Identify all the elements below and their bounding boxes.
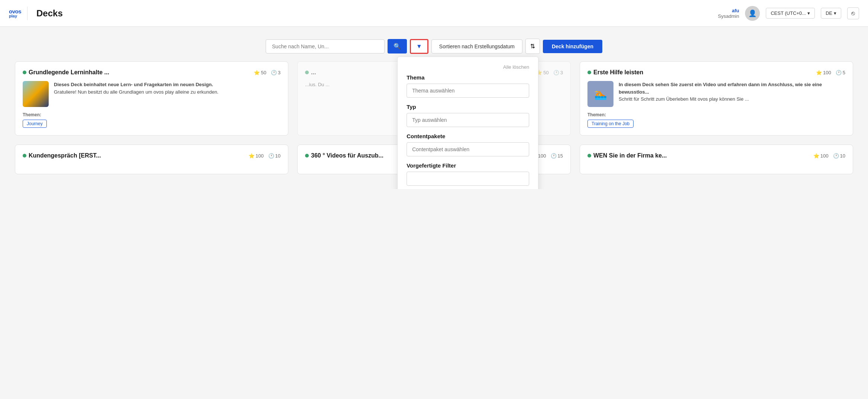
status-dot [587, 71, 591, 74]
page-title: Decks [36, 8, 63, 19]
clock-meta: 🕐 15 [551, 153, 563, 159]
vorgefertigte-input[interactable] [407, 172, 529, 186]
card-themes-label: Themen: [587, 112, 845, 117]
card-meta: ⭐ 100 🕐 10 [813, 153, 845, 159]
card-title-text: Grundlegende Lerninhalte ... [29, 69, 109, 76]
card-title: 360 ° Videos für Auszub... [305, 152, 383, 159]
logo-ovos: ovos [9, 9, 21, 14]
card-footer: Themen: Training on the Job [587, 112, 845, 128]
avatar: 👤 [745, 6, 760, 21]
thumb-image-erste-hilfe: 🏊 [587, 81, 613, 107]
filter-icon: ▼ [416, 43, 422, 49]
filter-button[interactable]: ▼ [410, 39, 428, 54]
card-title-text: 360 ° Videos für Auszub... [311, 152, 383, 159]
chevron-down-icon: ▾ [807, 10, 810, 16]
sort-button[interactable]: Sortieren nach Erstellungsdatum [431, 39, 522, 53]
card-title: ... [305, 69, 316, 76]
bottom-deck-card-1[interactable]: Kundengespräch [ERST... ⭐ 100 🕐 10 [15, 145, 288, 174]
stars-meta: ⭐ 100 [816, 70, 831, 75]
filter-dropdown-header: Alle löschen [407, 64, 529, 70]
user-name: afu [718, 8, 739, 13]
header-right: afu Sysadmin 👤 CEST (UTC+0... ▾ DE ▾ ⎋ [718, 6, 859, 21]
clock-meta: 🕐 5 [836, 70, 845, 75]
card-thumbnail: 🏊 [587, 81, 613, 107]
typ-label: Typ [407, 104, 529, 110]
card-title-text: Erste Hilfe leisten [593, 69, 643, 76]
card-header: WEN Sie in der Firma ke... ⭐ 100 🕐 10 [587, 152, 845, 159]
thema-input[interactable] [407, 84, 529, 98]
card-header: Kundengespräch [ERST... ⭐ 100 🕐 10 [23, 152, 281, 159]
contentpakete-input[interactable] [407, 142, 529, 156]
card-title-text: WEN Sie in der Firma ke... [593, 152, 667, 159]
add-deck-button[interactable]: Deck hinzufügen [543, 40, 602, 53]
status-dot [587, 154, 591, 158]
header: ovos play Decks afu Sysadmin 👤 CEST (UTC… [0, 0, 868, 27]
thema-label: Thema [407, 74, 529, 81]
thumb-image-grundlegende [23, 81, 49, 107]
filter-dropdown: Alle löschen Thema Typ Contentpakete Vor… [397, 56, 538, 189]
status-dot [23, 71, 26, 74]
logo-area: ovos play Decks [9, 7, 63, 20]
card-description: In diesem Deck sehen Sie zuerst ein Vide… [619, 81, 845, 107]
clock-meta: 🕐 10 [833, 153, 845, 159]
card-body: 🏊 In diesem Deck sehen Sie zuerst ein Vi… [587, 81, 845, 107]
card-desc: Gratuliere! Nun besitzt du alle Grundlag… [54, 88, 218, 96]
card-title: Kundengespräch [ERST... [23, 152, 101, 159]
card-footer: Themen: Journey [23, 112, 281, 128]
add-deck-label: Deck hinzufügen [552, 43, 593, 49]
card-title: Grundlegende Lerninhalte ... [23, 69, 109, 76]
card-body: Dieses Deck beinhaltet neue Lern- und Fr… [23, 81, 281, 107]
search-input[interactable] [266, 39, 385, 53]
stars-meta: ⭐ 50 [254, 70, 266, 75]
logout-icon: ⎋ [851, 10, 855, 16]
card-title: WEN Sie in der Firma ke... [587, 152, 667, 159]
logo-divider [27, 7, 27, 20]
card-desc: Schritt für Schritt zum Überleben Mit ov… [619, 95, 845, 103]
language-label: DE [826, 10, 832, 16]
search-icon: 🔍 [393, 43, 401, 49]
card-themes-label: Themen: [23, 112, 281, 117]
clock-meta: 🕐 3 [271, 70, 281, 75]
bottom-deck-card-3[interactable]: WEN Sie in der Firma ke... ⭐ 100 🕐 10 [580, 145, 853, 174]
card-title-text: Kundengespräch [ERST... [29, 152, 101, 159]
search-button[interactable]: 🔍 [388, 39, 407, 53]
timezone-label: CEST (UTC+0... [771, 10, 806, 16]
clock-meta: 🕐 10 [268, 153, 281, 159]
user-info: afu Sysadmin [718, 8, 739, 19]
card-thumbnail [23, 81, 49, 107]
chevron-down-icon: ▾ [834, 10, 836, 16]
toolbar: 🔍 ▼ Sortieren nach Erstellungsdatum ⇅ De… [266, 39, 602, 54]
timezone-dropdown[interactable]: CEST (UTC+0... ▾ [766, 8, 815, 19]
sort-direction-button[interactable]: ⇅ [525, 39, 540, 54]
clear-filters-button[interactable]: Alle löschen [503, 64, 529, 70]
logout-button[interactable]: ⎋ [847, 7, 859, 19]
card-meta: ⭐ 100 🕐 5 [816, 70, 845, 75]
sort-direction-icon: ⇅ [530, 43, 535, 49]
language-dropdown[interactable]: DE ▾ [821, 8, 841, 19]
ovos-logo: ovos play [9, 9, 21, 18]
contentpakete-label: Contentpakete [407, 133, 529, 139]
stars-meta: ⭐ 100 [813, 153, 829, 159]
card-meta: ⭐ 50 🕐 3 [254, 70, 281, 75]
status-dot [305, 71, 309, 74]
status-dot [23, 154, 26, 158]
card-desc-bold: Dieses Deck beinhaltet neue Lern- und Fr… [54, 81, 218, 88]
vorgefertigte-label: Vorgefertigte Filter [407, 162, 529, 169]
card-header: Erste Hilfe leisten ⭐ 100 🕐 5 [587, 69, 845, 76]
journey-tag[interactable]: Journey [23, 120, 47, 128]
card-title-text: ... [311, 69, 316, 76]
card-meta: ⭐ 50 🕐 3 [536, 70, 563, 75]
deck-card-erste-hilfe[interactable]: Erste Hilfe leisten ⭐ 100 🕐 5 🏊 In diese… [580, 61, 853, 136]
logo-play: play [9, 14, 21, 18]
training-tag[interactable]: Training on the Job [587, 120, 634, 128]
clock-meta: 🕐 3 [553, 70, 563, 75]
sub-header: 🔍 ▼ Sortieren nach Erstellungsdatum ⇅ De… [0, 27, 868, 61]
sort-label: Sortieren nach Erstellungsdatum [439, 43, 515, 49]
card-desc: ...ius. Du ... [305, 81, 330, 88]
deck-card-grundlegende[interactable]: Grundlegende Lerninhalte ... ⭐ 50 🕐 3 Di… [15, 61, 288, 136]
card-header: Grundlegende Lerninhalte ... ⭐ 50 🕐 3 [23, 69, 281, 76]
card-title: Erste Hilfe leisten [587, 69, 643, 76]
status-dot [305, 154, 309, 158]
typ-input[interactable] [407, 113, 529, 127]
card-desc-bold: In diesem Deck sehen Sie zuerst ein Vide… [619, 81, 845, 95]
